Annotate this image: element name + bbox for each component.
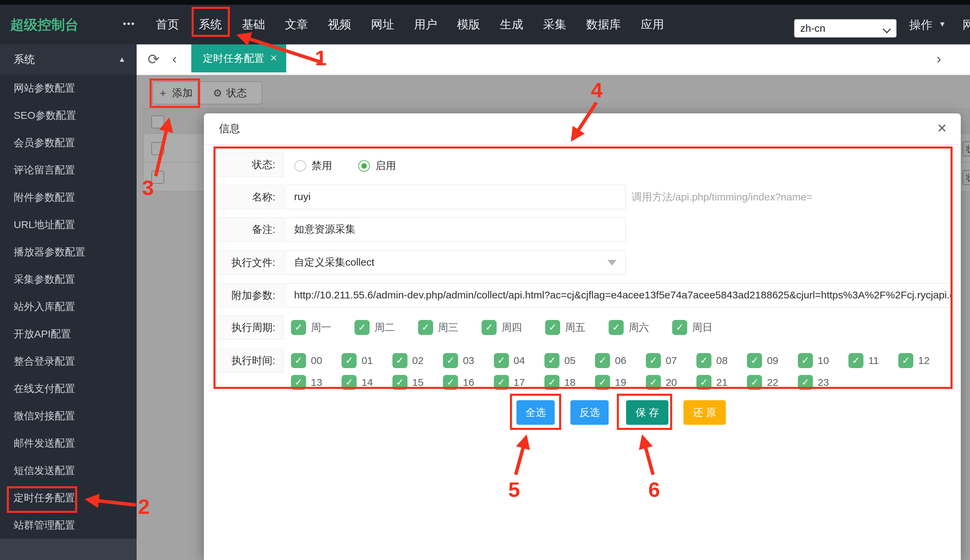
nav-menu-item[interactable]: 文章 <box>285 17 308 32</box>
nav-menu-item[interactable]: 生成 <box>500 17 523 32</box>
weekday-checkbox[interactable]: ✓ 周六 <box>608 320 649 335</box>
nav-menu-item[interactable]: 用户 <box>414 17 437 32</box>
hour-checkbox[interactable]: ✓ 13 <box>291 375 322 390</box>
hour-checkbox[interactable]: ✓ 00 <box>291 353 322 368</box>
save-button[interactable]: 保 存 <box>626 400 668 425</box>
nav-menu-item[interactable]: 数据库 <box>586 17 621 32</box>
hour-checkbox[interactable]: ✓ 22 <box>747 375 778 390</box>
info-modal: 信息 ✕ 状态: 禁用 启用 名称: ruyi 调用方法/api.php/tim… <box>204 113 961 560</box>
checkbox-checked-icon: ✓ <box>494 353 509 368</box>
hour-checkbox[interactable]: ✓ 20 <box>646 375 677 390</box>
nav-menu-item[interactable]: 视频 <box>328 17 351 32</box>
radio-selected-icon <box>358 160 370 172</box>
hour-checkbox[interactable]: ✓ 06 <box>595 353 626 368</box>
hour-checkbox[interactable]: ✓ 09 <box>747 353 778 368</box>
tab-scheduled-tasks[interactable]: 定时任务配置 ✕ <box>191 44 286 72</box>
sidebar-menu-item[interactable]: SEO参数配置 <box>0 102 137 129</box>
restore-button[interactable]: 还 原 <box>683 400 726 425</box>
hour-checkbox[interactable]: ✓ 21 <box>697 375 728 390</box>
nav-more-icon[interactable]: ••• <box>123 5 135 44</box>
sidebar-menu-item[interactable]: 站外入库配置 <box>0 293 137 320</box>
chevron-left-icon[interactable]: ‹ <box>172 44 177 75</box>
sidebar-menu-item[interactable]: 播放器参数配置 <box>0 238 137 266</box>
hour-checkbox[interactable]: ✓ 15 <box>392 375 423 390</box>
language-select[interactable]: zh-cn <box>794 19 897 38</box>
nav-menu-item[interactable]: 首页 <box>156 17 179 32</box>
weekday-checkbox[interactable]: ✓ 周五 <box>545 320 585 335</box>
hour-checkbox[interactable]: ✓ 07 <box>646 353 677 368</box>
note-field-label: 备注: <box>216 217 284 242</box>
checkbox-checked-icon: ✓ <box>595 375 610 390</box>
close-icon[interactable]: ✕ <box>937 113 947 144</box>
radio-disable[interactable]: 禁用 <box>294 159 332 173</box>
sidebar-menu-item[interactable]: 采集参数配置 <box>0 266 137 293</box>
sidebar-menu-item[interactable]: 附件参数配置 <box>0 184 137 211</box>
weekday-checkbox[interactable]: ✓ 周一 <box>291 320 331 335</box>
hour-checkbox[interactable]: ✓ 19 <box>595 375 626 390</box>
hour-checkbox[interactable]: ✓ 17 <box>494 375 525 390</box>
action-dropdown[interactable]: 操作 <box>909 5 932 44</box>
weekday-label: 周日 <box>692 321 712 335</box>
language-select-value: zh-cn <box>800 20 825 37</box>
weekday-checkbox[interactable]: ✓ 周日 <box>672 320 712 335</box>
hour-checkbox[interactable]: ✓ 14 <box>342 375 373 390</box>
checkbox-checked-icon: ✓ <box>392 353 407 368</box>
dropdown-caret-icon[interactable] <box>608 260 617 266</box>
chevron-right-icon[interactable]: › <box>937 44 941 75</box>
hour-checkbox[interactable]: ✓ 11 <box>848 353 879 368</box>
sidebar-menu-item[interactable]: 网站参数配置 <box>0 75 137 102</box>
caret-down-icon: ▼ <box>938 5 946 44</box>
nav-menu-item[interactable]: 应用 <box>641 17 664 32</box>
weekday-checkbox[interactable]: ✓ 周二 <box>355 320 395 335</box>
hour-checkbox[interactable]: ✓ 12 <box>898 353 929 368</box>
hour-checkbox[interactable]: ✓ 18 <box>545 375 575 390</box>
sidebar-menu-item[interactable]: 在线支付配置 <box>0 375 137 402</box>
invert-selection-button[interactable]: 反选 <box>570 400 608 425</box>
hour-checkbox[interactable]: ✓ 23 <box>798 375 829 390</box>
name-field-label: 名称: <box>216 185 284 209</box>
sidebar-menu-item[interactable]: 微信对接配置 <box>0 402 137 430</box>
hour-checkbox[interactable]: ✓ 01 <box>342 353 373 368</box>
sidebar-menu-item[interactable]: 邮件发送配置 <box>0 430 137 457</box>
nav-menu-item[interactable]: 基础 <box>242 17 265 32</box>
sidebar-menu-item[interactable]: 会员参数配置 <box>0 129 137 157</box>
hour-label: 13 <box>311 377 322 388</box>
weekday-checkbox[interactable]: ✓ 周三 <box>418 320 458 335</box>
caret-up-icon: ▲ <box>118 44 126 75</box>
radio-enable[interactable]: 启用 <box>358 159 396 173</box>
sidebar-menu-item[interactable]: 整合登录配置 <box>0 348 137 375</box>
hour-checkbox[interactable]: ✓ 08 <box>697 353 728 368</box>
tab-close-icon[interactable]: ✕ <box>270 44 277 72</box>
note-input[interactable]: 如意资源采集 <box>285 217 626 242</box>
sidebar-menu-item[interactable]: 开放API配置 <box>0 320 137 348</box>
nav-menu-item[interactable]: 采集 <box>543 17 566 32</box>
nav-menu-item[interactable]: 模版 <box>457 17 480 32</box>
sidebar-menu-item[interactable]: URL地址配置 <box>0 211 137 238</box>
sidebar-menu-item[interactable]: 短信发送配置 <box>0 457 137 484</box>
hour-label: 23 <box>818 377 829 388</box>
weekday-label: 周四 <box>502 321 522 335</box>
params-input[interactable]: http://10.211.55.6/admin-dev.php/admin/c… <box>285 283 952 308</box>
nav-menu-item[interactable]: 网址 <box>371 17 394 32</box>
exec-file-select[interactable]: 自定义采集collect <box>285 250 626 275</box>
nav-clipped-item[interactable]: 网 <box>962 5 970 44</box>
sidebar-menu-item[interactable]: 评论留言配置 <box>0 157 137 184</box>
name-input[interactable]: ruyi <box>285 185 626 209</box>
hour-label: 05 <box>564 355 575 367</box>
sidebar-menu-item[interactable]: 站群管理配置 <box>0 512 137 539</box>
hour-checkbox[interactable]: ✓ 16 <box>443 375 474 390</box>
hour-checkbox[interactable]: ✓ 10 <box>798 353 829 368</box>
weekday-checkbox[interactable]: ✓ 周四 <box>482 320 522 335</box>
hour-label: 14 <box>362 377 373 388</box>
hour-checkbox[interactable]: ✓ 05 <box>545 353 575 368</box>
hour-checkbox[interactable]: ✓ 04 <box>494 353 525 368</box>
sidebar-group-header[interactable]: 系统 ▲ <box>0 44 137 75</box>
refresh-icon[interactable]: ⟳ <box>148 44 160 75</box>
checkbox-checked-icon: ✓ <box>443 375 458 390</box>
hour-checkbox[interactable]: ✓ 03 <box>443 353 474 368</box>
nav-menu-item[interactable]: 系统 <box>199 17 222 32</box>
select-all-button[interactable]: 全选 <box>517 400 555 425</box>
hour-checkbox[interactable]: ✓ 02 <box>392 353 423 368</box>
sidebar-menu-item[interactable]: 定时任务配置 <box>0 484 137 512</box>
checkbox-checked-icon: ✓ <box>747 375 762 390</box>
